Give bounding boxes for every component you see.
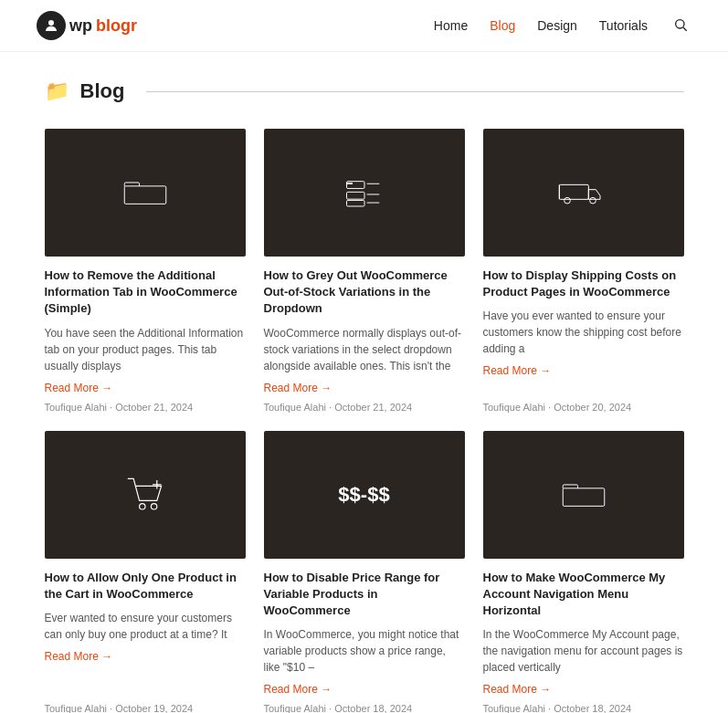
svg-rect-5: [346, 183, 353, 184]
nav-tutorials[interactable]: Tutorials: [599, 18, 648, 33]
svg-rect-11: [559, 184, 588, 199]
nav-design[interactable]: Design: [537, 18, 577, 33]
post-title-0[interactable]: How to Remove the Additional Information…: [45, 267, 246, 318]
post-thumbnail-0: [45, 129, 246, 257]
svg-point-0: [48, 20, 54, 26]
heading-divider: [146, 91, 683, 92]
logo-icon: [37, 11, 66, 40]
post-card-1: How to Grey Out WooCommerce Out-of-Stock…: [264, 129, 465, 413]
nav-blog[interactable]: Blog: [490, 18, 515, 33]
logo[interactable]: wpblogr: [37, 11, 137, 40]
svg-point-16: [151, 503, 156, 509]
post-excerpt-4: In WooCommerce, you might notice that va…: [264, 626, 465, 676]
post-thumbnail-4: $$-$$: [264, 431, 465, 559]
post-card-2: How to Display Shipping Costs on Product…: [483, 129, 684, 413]
svg-rect-3: [124, 186, 166, 204]
read-more-3[interactable]: Read More →: [45, 650, 246, 663]
post-excerpt-0: You have seen the Additional Information…: [45, 325, 246, 374]
post-meta-5: Toufique Alahi · October 18, 2024: [483, 703, 684, 713]
svg-rect-4: [346, 182, 364, 189]
svg-rect-7: [346, 192, 364, 199]
post-thumbnail-3: [45, 431, 246, 559]
search-button[interactable]: [670, 14, 691, 38]
post-card-5: How to Make WooCommerce My Account Navig…: [483, 431, 684, 713]
post-excerpt-2: Have you ever wanted to ensure your cust…: [483, 308, 684, 357]
post-thumbnail-5: [483, 431, 684, 559]
read-more-0[interactable]: Read More →: [45, 382, 246, 394]
read-more-4[interactable]: Read More →: [264, 683, 465, 696]
read-more-5[interactable]: Read More →: [483, 683, 684, 696]
logo-wp-text: wp: [69, 16, 92, 36]
post-meta-1: Toufique Alahi · October 21, 2024: [264, 402, 465, 413]
read-more-1[interactable]: Read More →: [264, 382, 465, 394]
blog-title: Blog: [80, 79, 125, 103]
post-meta-4: Toufique Alahi · October 18, 2024: [264, 703, 465, 713]
post-title-3[interactable]: How to Allow Only One Product in the Car…: [45, 570, 246, 603]
svg-rect-9: [346, 200, 364, 206]
logo-blogr-text: blogr: [96, 16, 137, 36]
posts-grid: How to Remove the Additional Information…: [45, 129, 684, 713]
post-title-4[interactable]: How to Disable Price Range for Variable …: [264, 570, 465, 620]
main-content: 📁 Blog How to Remove the Additional Info…: [26, 52, 702, 713]
post-excerpt-3: Ever wanted to ensure your customers can…: [45, 610, 246, 643]
post-meta-2: Toufique Alahi · October 20, 2024: [483, 402, 684, 413]
post-card-4: $$-$$How to Disable Price Range for Vari…: [264, 431, 465, 713]
post-card-0: How to Remove the Additional Information…: [45, 129, 246, 413]
post-thumbnail-2: [483, 129, 684, 257]
site-header: wpblogr Home Blog Design Tutorials: [0, 0, 728, 52]
post-thumbnail-1: [264, 129, 465, 257]
nav-home[interactable]: Home: [434, 18, 468, 33]
post-meta-3: Toufique Alahi · October 19, 2024: [45, 703, 246, 713]
post-title-1[interactable]: How to Grey Out WooCommerce Out-of-Stock…: [264, 267, 465, 318]
svg-rect-19: [563, 488, 605, 506]
post-title-5[interactable]: How to Make WooCommerce My Account Navig…: [483, 570, 684, 620]
post-excerpt-1: WooCommerce normally displays out-of-sto…: [264, 325, 465, 374]
post-card-3: How to Allow Only One Product in the Car…: [45, 431, 246, 713]
read-more-2[interactable]: Read More →: [483, 364, 684, 377]
svg-point-15: [139, 503, 144, 509]
post-excerpt-5: In the WooCommerce My Account page, the …: [483, 626, 684, 676]
svg-line-2: [683, 27, 687, 31]
folder-icon: 📁: [45, 79, 69, 103]
svg-point-12: [564, 197, 570, 204]
svg-point-1: [676, 19, 684, 27]
post-title-2[interactable]: How to Display Shipping Costs on Product…: [483, 267, 684, 300]
blog-heading: 📁 Blog: [45, 79, 684, 103]
post-meta-0: Toufique Alahi · October 21, 2024: [45, 402, 246, 413]
svg-point-13: [589, 197, 596, 204]
main-nav: Home Blog Design Tutorials: [434, 14, 691, 38]
